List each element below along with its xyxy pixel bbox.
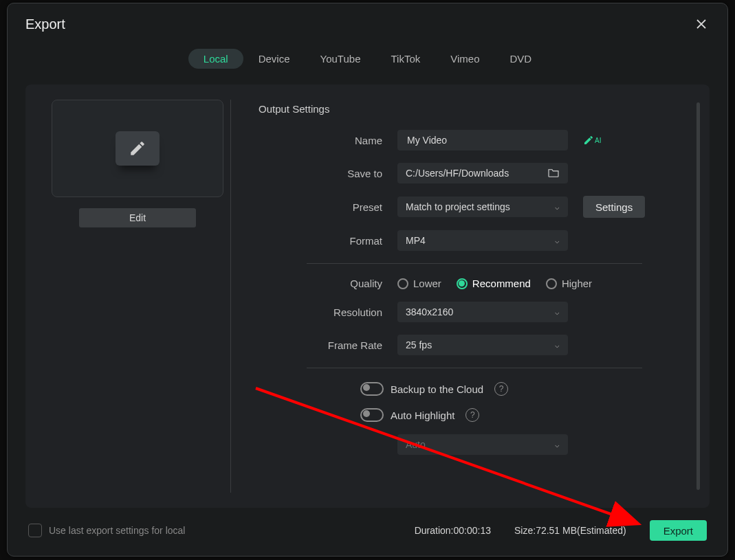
divider bbox=[307, 368, 642, 368]
settings-button[interactable]: Settings bbox=[583, 196, 645, 218]
chevron-down-icon: ⌵ bbox=[555, 236, 560, 245]
saveto-field[interactable]: C:/Users/HF/Downloads bbox=[397, 163, 568, 183]
quality-radio-higher[interactable]: Higher bbox=[546, 278, 592, 289]
chevron-down-icon: ⌵ bbox=[555, 203, 560, 212]
format-select[interactable]: MP4 ⌵ bbox=[397, 230, 568, 251]
export-dialog: Export LocalDeviceYouTubeTikTokVimeoDVD … bbox=[7, 3, 728, 557]
quality-radio-recommend[interactable]: Recommend bbox=[457, 278, 531, 289]
pencil-icon bbox=[116, 131, 160, 166]
highlight-label: Auto Highlight bbox=[391, 410, 454, 421]
saveto-label: Save to bbox=[259, 168, 397, 179]
highlight-toggle[interactable] bbox=[360, 408, 384, 422]
export-tabs: LocalDeviceYouTubeTikTokVimeoDVD bbox=[8, 39, 727, 74]
quality-radio-lower[interactable]: Lower bbox=[397, 278, 441, 289]
preset-label: Preset bbox=[259, 201, 397, 213]
preset-select[interactable]: Match to project settings ⌵ bbox=[397, 197, 568, 217]
dialog-footer: Use last export settings for local Durat… bbox=[8, 508, 727, 556]
ai-icon[interactable]: AI bbox=[583, 135, 601, 146]
tab-youtube[interactable]: YouTube bbox=[305, 49, 376, 69]
duration-stat: Duration:00:00:13 bbox=[415, 525, 491, 536]
chevron-down-icon: ⌵ bbox=[555, 341, 560, 350]
framerate-label: Frame Rate bbox=[259, 339, 397, 351]
quality-radios: LowerRecommendHigher bbox=[397, 278, 592, 289]
scrollbar[interactable] bbox=[696, 102, 700, 490]
edit-button[interactable]: Edit bbox=[79, 208, 196, 227]
format-label: Format bbox=[259, 235, 397, 247]
resolution-select[interactable]: 3840x2160 ⌵ bbox=[397, 302, 568, 322]
resolution-label: Resolution bbox=[259, 306, 397, 318]
close-icon[interactable] bbox=[693, 16, 710, 32]
section-title: Output Settings bbox=[259, 103, 677, 115]
dialog-header: Export bbox=[8, 3, 727, 39]
tab-device[interactable]: Device bbox=[243, 49, 305, 69]
highlight-sub-select[interactable]: Auto ⌵ bbox=[397, 434, 568, 455]
help-icon[interactable]: ? bbox=[494, 382, 508, 396]
use-last-settings-label: Use last export settings for local bbox=[49, 525, 185, 536]
quality-label: Quality bbox=[259, 278, 397, 289]
backup-toggle[interactable] bbox=[360, 382, 384, 396]
dialog-title: Export bbox=[25, 16, 65, 32]
tab-tiktok[interactable]: TikTok bbox=[375, 49, 435, 69]
chevron-down-icon: ⌵ bbox=[555, 308, 560, 317]
chevron-down-icon: ⌵ bbox=[555, 440, 560, 449]
help-icon[interactable]: ? bbox=[465, 408, 479, 422]
backup-label: Backup to the Cloud bbox=[391, 383, 483, 395]
tab-dvd[interactable]: DVD bbox=[495, 49, 547, 69]
name-label: Name bbox=[259, 135, 397, 146]
tab-local[interactable]: Local bbox=[188, 49, 243, 69]
video-preview[interactable] bbox=[52, 100, 223, 197]
framerate-select[interactable]: 25 fps ⌵ bbox=[397, 335, 568, 355]
vertical-divider bbox=[230, 100, 231, 493]
name-input[interactable] bbox=[397, 130, 568, 150]
main-panel: Edit Output Settings Name AI Save to C:/… bbox=[25, 85, 710, 508]
tab-vimeo[interactable]: Vimeo bbox=[435, 49, 494, 69]
divider bbox=[307, 263, 642, 264]
size-stat: Size:72.51 MB(Estimated) bbox=[514, 525, 626, 536]
export-button[interactable]: Export bbox=[650, 520, 707, 541]
use-last-settings-checkbox[interactable] bbox=[28, 524, 42, 537]
folder-icon[interactable] bbox=[547, 168, 560, 179]
